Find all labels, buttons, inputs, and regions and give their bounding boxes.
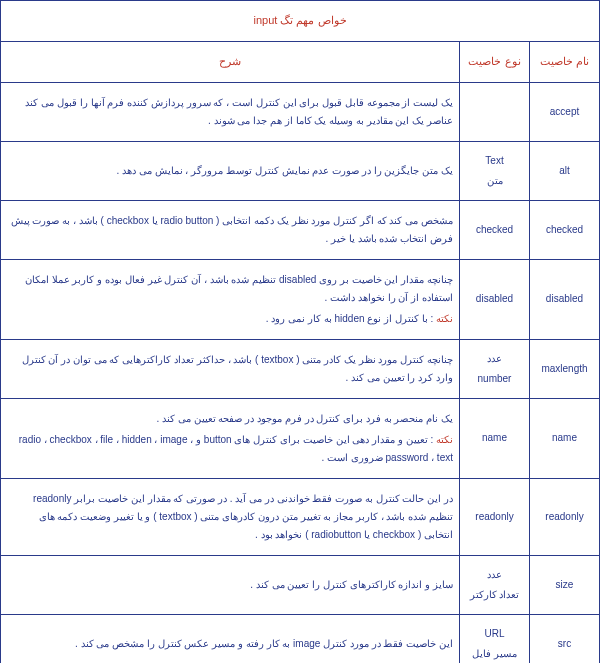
attr-type-item: مسیر فایل — [466, 645, 523, 663]
attr-desc: یک متن جایگزین را در صورت عدم نمایش کنتر… — [1, 141, 460, 200]
attr-desc: چنانچه کنترل مورد نظر یک کادر متنی ( tex… — [1, 339, 460, 398]
attr-type-item: readonly — [466, 508, 523, 526]
attr-desc: مشخص می کند که اگر کنترل مورد نظر یک دکم… — [1, 200, 460, 259]
col-header-name: نام خاصیت — [530, 41, 600, 82]
attr-name: src — [530, 614, 600, 663]
attr-type-item: disabled — [466, 290, 523, 308]
attr-type-item: URL — [466, 625, 523, 643]
col-header-desc: شرح — [1, 41, 460, 82]
attr-desc: یک نام منحصر به فرد برای کنترل در فرم مو… — [1, 398, 460, 478]
attr-type: readonly — [460, 478, 530, 555]
table-row: maxlengthعددnumberچنانچه کنترل مورد نظر … — [1, 339, 600, 398]
table-row: srcURLمسیر فایلاین خاصیت فقط در مورد کنت… — [1, 614, 600, 663]
table-row: sizeعددتعداد کارکترسایز و اندازه کاراکتر… — [1, 555, 600, 614]
attr-type-item: name — [466, 429, 523, 447]
attr-type-item: number — [466, 370, 523, 388]
table-row: altTextمتنیک متن جایگزین را در صورت عدم … — [1, 141, 600, 200]
attr-type-item: تعداد کارکتر — [466, 586, 523, 604]
attr-name: accept — [530, 82, 600, 141]
attr-name: name — [530, 398, 600, 478]
attr-desc: در این حالت کنترل به صورت فقط خواندنی در… — [1, 478, 460, 555]
col-header-type: نوع خاصیت — [460, 41, 530, 82]
attr-type: checked — [460, 200, 530, 259]
attr-name: disabled — [530, 259, 600, 339]
attr-type: name — [460, 398, 530, 478]
input-attributes-table: خواص مهم تگ input نام خاصیت نوع خاصیت شر… — [0, 0, 600, 663]
attr-type: عددتعداد کارکتر — [460, 555, 530, 614]
attr-name: size — [530, 555, 600, 614]
attr-name: alt — [530, 141, 600, 200]
attr-type-item: عدد — [466, 350, 523, 368]
attr-desc: چنانچه مقدار این خاصیت بر روی disabled ت… — [1, 259, 460, 339]
attr-desc: این خاصیت فقط در مورد کنترل image به کار… — [1, 614, 460, 663]
attr-name: readonly — [530, 478, 600, 555]
attr-type-item: عدد — [466, 566, 523, 584]
table-row: disableddisabledچنانچه مقدار این خاصیت ب… — [1, 259, 600, 339]
table-row: checkedcheckedمشخص می کند که اگر کنترل م… — [1, 200, 600, 259]
table-title: خواص مهم تگ input — [1, 1, 600, 42]
attr-type: عددnumber — [460, 339, 530, 398]
table-row: namenameیک نام منحصر به فرد برای کنترل د… — [1, 398, 600, 478]
attr-type: URLمسیر فایل — [460, 614, 530, 663]
attr-type-item: checked — [466, 221, 523, 239]
attr-name: checked — [530, 200, 600, 259]
attr-type — [460, 82, 530, 141]
table-row: acceptیک لیست از مجموعه قابل قبول برای ا… — [1, 82, 600, 141]
attr-type-item: متن — [466, 172, 523, 190]
attr-desc: یک لیست از مجموعه قابل قبول برای این کنت… — [1, 82, 460, 141]
attr-type: Textمتن — [460, 141, 530, 200]
attr-type: disabled — [460, 259, 530, 339]
attr-desc: سایز و اندازه کاراکترهای کنترل را تعیین … — [1, 555, 460, 614]
table-row: readonlyreadonlyدر این حالت کنترل به صور… — [1, 478, 600, 555]
attr-type-item: Text — [466, 152, 523, 170]
attr-name: maxlength — [530, 339, 600, 398]
